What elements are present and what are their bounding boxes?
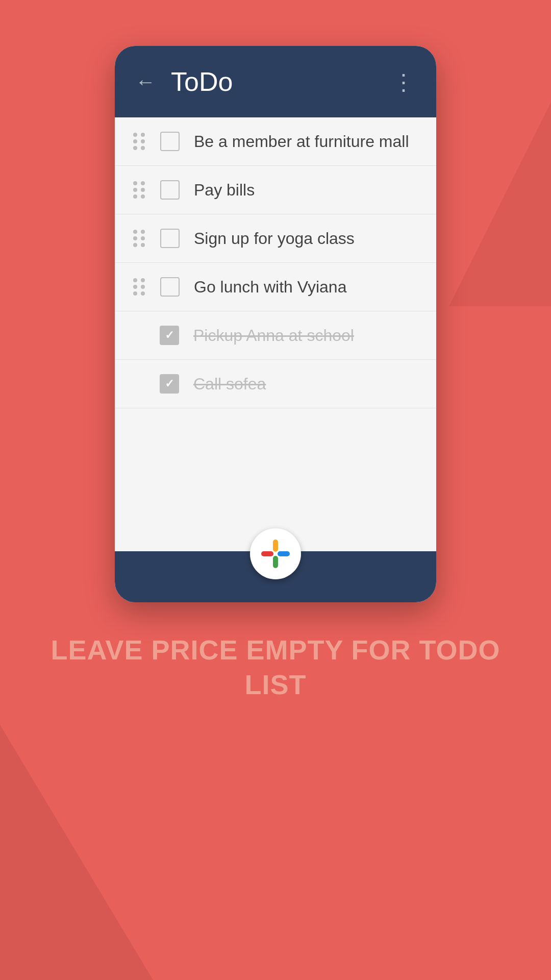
todo-checkbox[interactable] [160,229,180,248]
drag-handle[interactable] [133,230,146,247]
svg-rect-0 [261,551,273,556]
todo-checkbox[interactable] [160,374,179,394]
todo-item-label: Pay bills [194,181,255,200]
add-task-button[interactable] [250,528,301,579]
todo-checkbox[interactable] [160,132,180,151]
list-item: Pickup Anna at school [115,311,436,360]
empty-area [115,408,436,510]
list-item: Pay bills [115,166,436,214]
list-item: Go lunch with Vyiana [115,263,436,311]
list-item: Be a member at furniture mall [115,117,436,166]
phone-container: ← ToDo ⋮ Be a member at furniture mall [115,46,436,602]
todo-item-label: Sign up for yoga class [194,229,355,248]
todo-item-label: Be a member at furniture mall [194,132,409,151]
drag-handle[interactable] [133,278,146,296]
drag-handle[interactable] [133,181,146,199]
todo-list: Be a member at furniture mall Pay bills [115,117,436,551]
plus-icon [260,538,291,569]
svg-rect-2 [273,540,278,552]
more-menu-button[interactable]: ⋮ [392,69,416,95]
back-button[interactable]: ← [135,70,156,93]
app-title: ToDo [171,66,392,97]
svg-rect-3 [273,556,278,568]
drag-handle[interactable] [133,133,146,150]
list-item: Call sofea [115,360,436,408]
todo-checkbox[interactable] [160,180,180,200]
todo-item-label: Call sofea [193,375,266,394]
app-footer [115,551,436,602]
todo-checkbox[interactable] [160,277,180,297]
svg-rect-1 [278,551,290,556]
app-header: ← ToDo ⋮ [115,46,436,117]
promo-text: LEAVE PRICE EMPTY FOR TODO LIST [0,633,551,702]
list-item: Sign up for yoga class [115,214,436,263]
todo-checkbox[interactable] [160,326,179,345]
todo-item-label: Go lunch with Vyiana [194,278,346,297]
todo-item-label: Pickup Anna at school [193,326,354,345]
